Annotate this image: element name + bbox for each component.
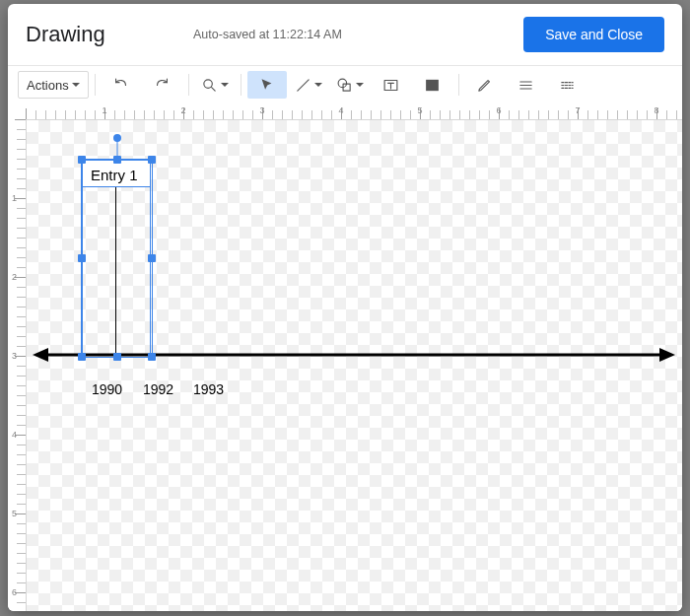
undo-button[interactable] (102, 71, 141, 99)
textbox-icon (382, 77, 399, 94)
separator (95, 74, 96, 96)
toolbar: Actions (8, 66, 682, 104)
autosave-status: Auto-saved at 11:22:14 AM (193, 28, 523, 41)
line-tool[interactable] (289, 71, 328, 99)
zoom-menu[interactable] (195, 71, 235, 99)
redo-button[interactable] (143, 71, 182, 99)
year-label[interactable]: 1992 (143, 381, 173, 397)
save-and-close-button[interactable]: Save and Close (523, 17, 664, 52)
separator (188, 74, 189, 96)
resize-handle-se[interactable] (148, 353, 156, 361)
ruler-horizontal[interactable]: 12345678 (26, 103, 682, 120)
actions-label: Actions (27, 78, 69, 93)
svg-rect-4 (426, 79, 439, 90)
line-icon (295, 77, 311, 94)
line-dash-button[interactable] (548, 71, 587, 99)
drawing-dialog: Drawing Auto-saved at 11:22:14 AM Save a… (8, 4, 682, 611)
dialog-header: Drawing Auto-saved at 11:22:14 AM Save a… (8, 4, 682, 66)
ruler-vertical[interactable]: 123456 (8, 119, 27, 611)
dialog-title: Drawing (26, 22, 193, 47)
shape-icon (336, 77, 353, 94)
resize-handle-ne[interactable] (148, 156, 156, 164)
year-label[interactable]: 1990 (92, 381, 122, 397)
image-tool[interactable] (413, 71, 452, 99)
editor-area: 12345678 123456 Entry 1 (8, 103, 682, 611)
selection-outline (81, 159, 153, 358)
separator (241, 74, 242, 96)
svg-point-1 (338, 79, 347, 88)
year-label[interactable]: 1993 (193, 381, 224, 397)
magnifier-icon (201, 77, 218, 94)
rotate-handle[interactable] (113, 134, 121, 142)
drawing-canvas[interactable]: Entry 1 1990 1992 1993 (27, 120, 682, 611)
shape-tool[interactable] (330, 71, 370, 99)
resize-handle-nw[interactable] (78, 156, 86, 164)
image-icon (424, 77, 441, 94)
actions-menu[interactable]: Actions (18, 71, 89, 99)
svg-marker-6 (33, 348, 48, 362)
line-dash-icon (559, 77, 576, 94)
resize-handle-n[interactable] (113, 156, 121, 164)
cursor-icon (258, 77, 275, 94)
resize-handle-w[interactable] (78, 254, 86, 262)
undo-icon (112, 77, 129, 94)
redo-icon (154, 77, 171, 94)
entry-textbox[interactable]: Entry 1 (82, 160, 151, 187)
ruler-corner (8, 103, 27, 120)
resize-handle-s[interactable] (113, 353, 121, 361)
svg-marker-7 (659, 348, 675, 362)
resize-handle-sw[interactable] (78, 353, 86, 361)
line-weight-button[interactable] (507, 71, 546, 99)
entry-text: Entry 1 (91, 167, 138, 183)
pencil-icon (476, 77, 493, 94)
line-color-button[interactable] (465, 71, 505, 99)
textbox-tool[interactable] (372, 71, 411, 99)
select-tool[interactable] (247, 71, 287, 99)
line-weight-icon (518, 77, 534, 94)
separator (458, 74, 459, 96)
svg-point-0 (203, 79, 212, 88)
connector-line[interactable] (115, 181, 116, 355)
timeline-axis[interactable] (33, 345, 675, 365)
resize-handle-e[interactable] (148, 254, 156, 262)
